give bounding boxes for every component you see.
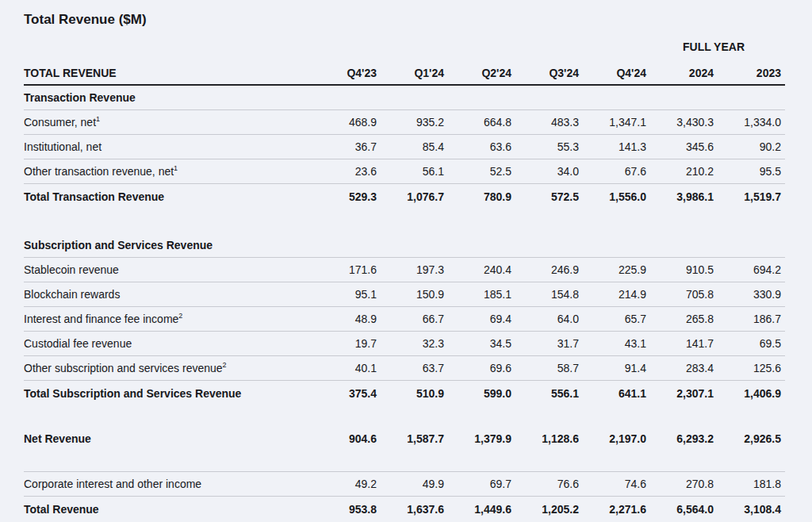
table-row: Other transaction revenue, net123.656.15… xyxy=(24,159,785,184)
value-cell: 283.4 xyxy=(646,362,714,374)
value-cell: 69.7 xyxy=(444,478,511,490)
value-cell: 36.7 xyxy=(309,140,377,153)
value-cell: 91.4 xyxy=(579,362,646,374)
value-cell: 48.9 xyxy=(309,313,377,325)
value-cell: 483.3 xyxy=(511,116,579,129)
row-label-text: Net Revenue xyxy=(24,432,91,445)
value-cell: 935.2 xyxy=(377,116,444,129)
value-cell: 705.8 xyxy=(646,288,714,301)
value-cell: 63.7 xyxy=(377,362,444,374)
value-cell: 43.1 xyxy=(579,337,646,350)
row-label: Transaction Revenue xyxy=(24,91,781,104)
value-cell: 1,379.9 xyxy=(444,432,511,445)
row-label-text: Blockchain rewards xyxy=(24,288,120,301)
value-cell: 34.0 xyxy=(511,165,579,178)
value-cell: 67.6 xyxy=(579,165,646,178)
column-header-fy-2024: 2024 xyxy=(646,67,714,79)
value-cell: 181.8 xyxy=(714,478,781,490)
value-cell: 69.5 xyxy=(714,337,781,350)
value-cell: 910.5 xyxy=(646,263,714,276)
column-header-fy-2023: 2023 xyxy=(714,67,781,79)
footnote-ref: 1 xyxy=(174,164,178,172)
value-cell: 904.6 xyxy=(309,432,377,445)
spacer-row xyxy=(24,405,785,426)
value-cell: 1,587.7 xyxy=(377,432,444,445)
value-cell: 1,449.6 xyxy=(444,503,511,516)
value-cell: 154.8 xyxy=(511,288,579,301)
row-label: Stablecoin revenue xyxy=(24,263,309,276)
row-label-text: Custodial fee revenue xyxy=(24,337,132,350)
value-cell: 1,637.6 xyxy=(377,503,444,516)
table-row: Stablecoin revenue171.6197.3240.4246.922… xyxy=(24,258,785,282)
value-cell: 150.9 xyxy=(377,288,444,301)
row-label: Custodial fee revenue xyxy=(24,337,309,350)
value-cell: 270.8 xyxy=(646,478,714,490)
value-cell: 2,307.1 xyxy=(646,387,714,400)
value-cell: 510.9 xyxy=(377,387,444,400)
value-cell: 90.2 xyxy=(714,140,781,153)
value-cell: 1,334.0 xyxy=(714,116,781,129)
full-year-group-header-row: FULL YEAR xyxy=(24,40,785,53)
value-cell: 3,430.3 xyxy=(646,116,714,129)
spacer-row xyxy=(24,209,785,233)
value-cell: 185.1 xyxy=(444,288,511,301)
row-label: Blockchain rewards xyxy=(24,288,309,301)
row-label: Interest and finance fee income2 xyxy=(24,313,309,325)
value-cell: 246.9 xyxy=(511,263,579,276)
value-cell: 240.4 xyxy=(444,263,511,276)
column-header-q2-24: Q2'24 xyxy=(444,67,511,79)
column-header-q1-24: Q1'24 xyxy=(377,67,444,79)
row-label-text: Other transaction revenue, net xyxy=(24,165,174,178)
table-row: Other subscription and services revenue2… xyxy=(24,356,785,381)
table-row: Custodial fee revenue19.732.334.531.743.… xyxy=(24,332,785,356)
table-row: Institutional, net36.785.463.655.3141.33… xyxy=(24,135,785,159)
value-cell: 1,076.7 xyxy=(377,190,444,203)
value-cell: 375.4 xyxy=(309,387,377,400)
table-header-row: TOTAL REVENUE Q4'23 Q1'24 Q2'24 Q3'24 Q4… xyxy=(24,53,785,86)
value-cell: 141.3 xyxy=(579,140,646,153)
value-cell: 1,406.9 xyxy=(714,387,781,400)
value-cell: 31.7 xyxy=(511,337,579,350)
value-cell: 2,197.0 xyxy=(579,432,646,445)
row-label-text: Consumer, net xyxy=(24,116,96,129)
value-cell: 599.0 xyxy=(444,387,511,400)
table-row: Total Subscription and Services Revenue3… xyxy=(24,381,785,405)
page-title: Total Revenue ($M) xyxy=(24,10,785,29)
row-label: Consumer, net1 xyxy=(24,116,309,129)
value-cell: 641.1 xyxy=(579,387,646,400)
footnote-ref: 2 xyxy=(178,312,182,320)
row-label: Corporate interest and other income xyxy=(24,478,309,490)
value-cell: 64.0 xyxy=(511,313,579,325)
value-cell: 76.6 xyxy=(511,478,579,490)
footnote-ref: 2 xyxy=(223,361,227,369)
column-header-q3-24: Q3'24 xyxy=(511,67,579,79)
spacer-row xyxy=(24,451,785,472)
row-label-text: Total Subscription and Services Revenue xyxy=(24,387,241,400)
value-cell: 3,108.4 xyxy=(714,503,781,516)
value-cell: 85.4 xyxy=(377,140,444,153)
table-row: Corporate interest and other income49.24… xyxy=(24,472,785,497)
value-cell: 69.6 xyxy=(444,362,511,374)
row-label-text: Total Revenue xyxy=(24,503,99,516)
row-label-text: Institutional, net xyxy=(24,140,102,153)
table-body: Transaction RevenueConsumer, net1468.993… xyxy=(24,86,785,521)
row-label: Other transaction revenue, net1 xyxy=(24,165,309,178)
value-cell: 572.5 xyxy=(511,190,579,203)
value-cell: 74.6 xyxy=(579,478,646,490)
value-cell: 34.5 xyxy=(444,337,511,350)
value-cell: 556.1 xyxy=(511,387,579,400)
row-label: Institutional, net xyxy=(24,140,309,153)
table-row: Total Transaction Revenue529.31,076.7780… xyxy=(24,184,785,209)
value-cell: 66.7 xyxy=(377,313,444,325)
value-cell: 23.6 xyxy=(309,165,377,178)
value-cell: 1,556.0 xyxy=(579,190,646,203)
column-header-total-revenue: TOTAL REVENUE xyxy=(24,67,309,79)
value-cell: 65.7 xyxy=(579,313,646,325)
row-label-text: Interest and finance fee income xyxy=(24,313,178,325)
row-label-text: Subscription and Services Revenue xyxy=(24,239,213,251)
value-cell: 69.4 xyxy=(444,313,511,325)
row-label-text: Total Transaction Revenue xyxy=(24,190,164,203)
report-page: Total Revenue ($M) FULL YEAR TOTAL REVEN… xyxy=(0,0,812,522)
value-cell: 55.3 xyxy=(511,140,579,153)
value-cell: 49.9 xyxy=(377,478,444,490)
